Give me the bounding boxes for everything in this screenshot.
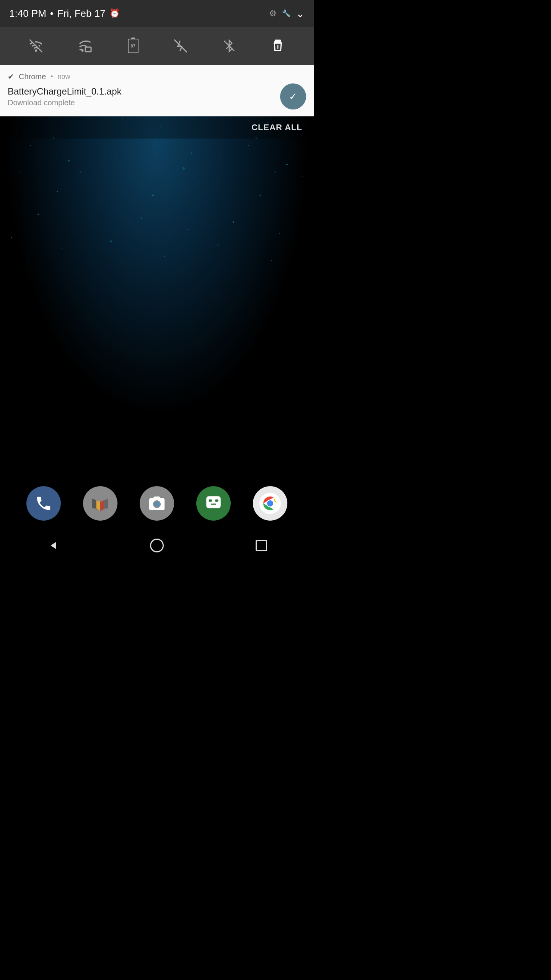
status-separator: • [50, 8, 54, 20]
dock-chrome-app[interactable] [253, 486, 287, 521]
expand-icon[interactable]: ⌄ [296, 7, 305, 20]
notification-app-name: Chrome [19, 72, 46, 81]
clear-all-button[interactable]: CLEAR ALL [251, 122, 302, 132]
notification-panel: ✔ Chrome • now BatteryChargeLimit_0.1.ap… [0, 65, 314, 116]
svg-rect-44 [85, 47, 91, 52]
status-left: 1:40 PM • Fri, Feb 17 ⏰ [9, 8, 120, 20]
home-button[interactable] [145, 534, 168, 557]
clear-all-row: CLEAR ALL [0, 116, 314, 139]
notification-subtitle: Download complete [8, 98, 280, 107]
wrench-icon: 🔧 [282, 9, 290, 18]
dock-camera-app[interactable] [140, 486, 174, 521]
notification-time: now [57, 73, 70, 81]
svg-rect-56 [206, 496, 221, 508]
svg-rect-58 [215, 500, 218, 502]
quick-settings-panel: 87 [0, 27, 314, 65]
svg-marker-53 [104, 499, 108, 508]
download-complete-icon: ✓ [289, 91, 297, 103]
status-time: 1:40 PM [9, 8, 46, 20]
recents-square [256, 540, 267, 551]
dock-phone-app[interactable] [26, 486, 61, 521]
bluetooth-toggle[interactable] [223, 39, 235, 53]
svg-point-45 [82, 50, 83, 51]
back-button[interactable] [41, 534, 64, 557]
status-date: Fri, Feb 17 [57, 8, 106, 20]
svg-point-43 [36, 50, 37, 51]
notification-action-button[interactable]: ✓ [280, 83, 306, 109]
settings-icon[interactable]: ⚙ [269, 8, 277, 18]
home-circle [150, 539, 164, 552]
svg-marker-62 [51, 542, 56, 549]
status-bar: 1:40 PM • Fri, Feb 17 ⏰ ⚙ 🔧 ⌄ [0, 0, 314, 27]
app-dock [0, 486, 314, 521]
svg-point-61 [267, 500, 273, 506]
battery-indicator: 87 [128, 39, 139, 53]
flash-toggle[interactable] [174, 39, 187, 53]
dock-hangouts-app[interactable] [196, 486, 231, 521]
svg-point-55 [155, 502, 159, 506]
wallpaper-section [0, 139, 314, 430]
svg-rect-57 [209, 500, 212, 502]
alarm-icon: ⏰ [109, 8, 120, 18]
wifi-toggle[interactable] [29, 39, 43, 53]
cast-toggle[interactable] [78, 39, 92, 53]
chrome-notif-icon: ✔ [8, 72, 14, 81]
svg-marker-52 [92, 499, 96, 508]
navigation-bar [0, 524, 314, 567]
status-right: ⚙ 🔧 ⌄ [269, 7, 305, 20]
notif-separator: • [51, 73, 53, 81]
battery-level-text: 87 [131, 44, 135, 48]
dock-maps-app[interactable] [83, 486, 117, 521]
flashlight-toggle[interactable] [271, 39, 285, 53]
notification-body: BatteryChargeLimit_0.1.apk Download comp… [8, 83, 306, 109]
notification-header: ✔ Chrome • now [8, 72, 306, 81]
recents-button[interactable] [250, 534, 273, 557]
notification-title: BatteryChargeLimit_0.1.apk [8, 86, 280, 97]
notification-text: BatteryChargeLimit_0.1.apk Download comp… [8, 86, 280, 107]
